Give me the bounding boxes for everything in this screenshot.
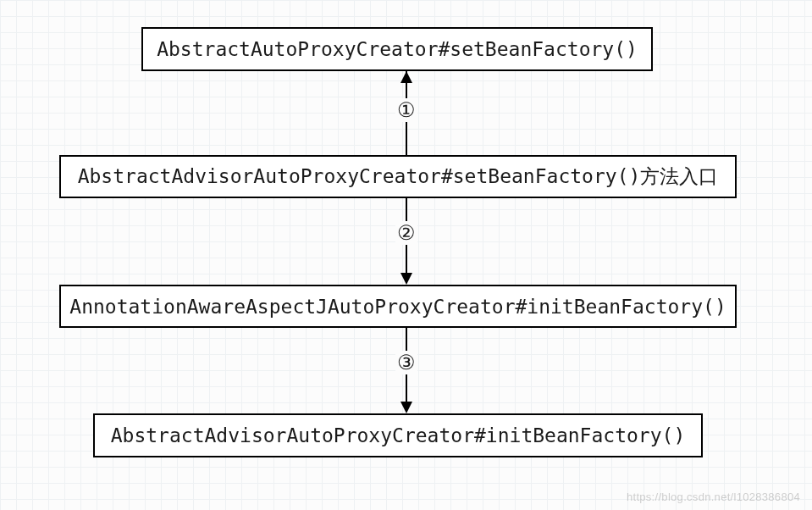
watermark: https://blog.csdn.net/l1028386804 xyxy=(627,491,800,503)
node-label: AbstractAutoProxyCreator#setBeanFactory(… xyxy=(157,38,638,60)
edge-3-arrow-down-icon xyxy=(400,402,412,413)
edge-3-label: ③ xyxy=(395,351,417,374)
edge-1-arrow-up-icon xyxy=(400,71,412,83)
node-abstract-advisor-auto-proxy-creator-initbeanfactory: AbstractAdvisorAutoProxyCreator#initBean… xyxy=(93,413,703,457)
node-abstract-advisor-auto-proxy-creator-setbeanfactory-entry: AbstractAdvisorAutoProxyCreator#setBeanF… xyxy=(59,155,737,198)
node-label: AbstractAdvisorAutoProxyCreator#setBeanF… xyxy=(78,164,719,190)
node-label: AnnotationAwareAspectJAutoProxyCreator#i… xyxy=(69,296,726,318)
edge-1-label: ① xyxy=(395,98,417,122)
edge-2-label: ② xyxy=(395,221,417,245)
node-abstract-auto-proxy-creator-setbeanfactory: AbstractAutoProxyCreator#setBeanFactory(… xyxy=(141,27,653,71)
edge-2-arrow-down-icon xyxy=(400,273,412,285)
node-annotation-aware-aspectj-auto-proxy-creator-initbeanfactory: AnnotationAwareAspectJAutoProxyCreator#i… xyxy=(59,285,737,328)
node-label: AbstractAdvisorAutoProxyCreator#initBean… xyxy=(111,424,686,446)
